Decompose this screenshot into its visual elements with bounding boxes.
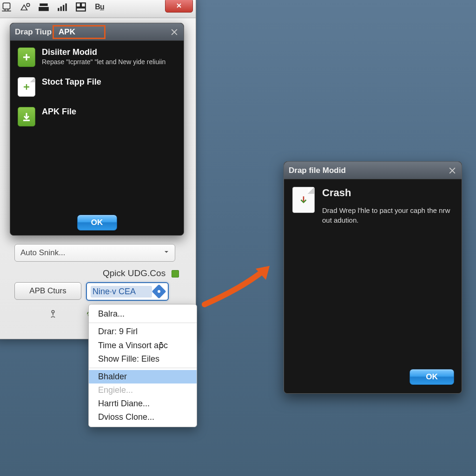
menu-item[interactable]: Show Fille: Eiles bbox=[89, 352, 197, 366]
close-icon[interactable] bbox=[170, 27, 179, 37]
list-item-title: Disiiter Modid bbox=[42, 47, 165, 57]
svg-rect-0 bbox=[3, 3, 10, 9]
chevron-down-icon bbox=[163, 248, 170, 258]
plus-icon bbox=[18, 47, 35, 67]
menu-item[interactable]: Time a Vinsort ap̄c bbox=[89, 338, 197, 352]
svg-rect-5 bbox=[60, 6, 62, 11]
svg-rect-2 bbox=[40, 3, 47, 6]
lower-icon-row bbox=[48, 309, 94, 321]
list-item[interactable]: APK File bbox=[18, 107, 176, 126]
svg-rect-9 bbox=[81, 3, 86, 7]
svg-point-1 bbox=[26, 3, 30, 7]
context-menu: Balra... Drar: 9 Firl Time a Vinsort ap̄… bbox=[88, 304, 197, 427]
modal1-titlebar: Drap Tiup APK bbox=[10, 23, 184, 41]
layout-icon bbox=[75, 1, 87, 13]
menu-separator bbox=[89, 323, 197, 323]
shapes-icon bbox=[19, 1, 31, 13]
modal2-title: Drap file Modid bbox=[289, 166, 346, 175]
menu-item-selected[interactable]: Bhalder bbox=[89, 370, 197, 383]
svg-rect-8 bbox=[76, 3, 80, 7]
signal-icon bbox=[56, 1, 68, 13]
modal1-title-highlight: APK bbox=[53, 25, 106, 39]
status-badge bbox=[172, 270, 179, 278]
select-value: Nine·v CEA bbox=[91, 286, 152, 298]
quick-label: Qpick UDG.Cos bbox=[103, 268, 165, 278]
file-icon bbox=[292, 187, 315, 213]
text-bold-icon: Bu bbox=[93, 1, 106, 13]
svg-rect-3 bbox=[39, 7, 49, 11]
apb-cturs-button[interactable]: APB Cturs bbox=[14, 282, 81, 300]
modal2-titlebar: Drap file Modid bbox=[284, 162, 462, 179]
svg-rect-10 bbox=[76, 8, 86, 11]
menu-item[interactable]: Drar: 9 Firl bbox=[89, 325, 197, 338]
device-icon bbox=[0, 1, 13, 13]
list-item[interactable]: Stoct Tapp File bbox=[18, 77, 176, 97]
file-icon bbox=[18, 77, 35, 97]
modal1-footer: OK bbox=[10, 210, 184, 235]
dropdown-diamond-icon bbox=[152, 284, 166, 298]
list-item-title: Stoct Tapp File bbox=[42, 77, 101, 87]
list-item-title: APK File bbox=[42, 107, 76, 117]
modal1-title-prefix: Drap Tiup bbox=[15, 27, 52, 37]
close-icon[interactable] bbox=[448, 166, 457, 175]
list-item[interactable]: Disiiter Modid Repase "Icprrate" "let an… bbox=[18, 47, 176, 67]
auto-snink-combo[interactable]: Auto Snink... bbox=[14, 244, 175, 262]
menu-item[interactable]: Balra... bbox=[89, 307, 197, 321]
modal1-body: Disiiter Modid Repase "Icprrate" "let an… bbox=[10, 41, 184, 210]
titlebar: Bu bbox=[0, 0, 196, 18]
modal2-body: Crash Drad Wrep l'hle to pact your caph … bbox=[284, 179, 462, 363]
window-close-button[interactable] bbox=[165, 0, 193, 13]
drap-file-modal: Drap file Modid Crash Drad Wrep l'hle to… bbox=[284, 161, 462, 394]
menu-item[interactable]: Harrti Diane... bbox=[89, 397, 197, 410]
menu-item[interactable]: Dvioss Clone... bbox=[89, 410, 197, 424]
svg-point-11 bbox=[52, 311, 54, 313]
list-item-subtitle: Repase "Icprrate" "let and New yide reli… bbox=[42, 58, 165, 66]
modal2-text: Drad Wrep l'hle to pact your caph the nr… bbox=[322, 205, 453, 225]
svg-rect-4 bbox=[58, 8, 59, 11]
modal2-footer: OK bbox=[284, 363, 462, 393]
app-window: Bu Drap Tiup APK Disiiter Modid Repase "… bbox=[0, 0, 196, 339]
svg-rect-7 bbox=[66, 3, 67, 11]
ok-button[interactable]: OK bbox=[410, 369, 454, 385]
combo-label: Auto Snink... bbox=[20, 248, 65, 258]
transition-arrow bbox=[200, 260, 279, 311]
modal2-heading: Crash bbox=[322, 187, 453, 199]
download-icon bbox=[18, 107, 35, 126]
svg-rect-6 bbox=[63, 5, 64, 11]
menu-item-disabled: Engiele... bbox=[89, 383, 197, 397]
drap-tiup-modal: Drap Tiup APK Disiiter Modid Repase "Icp… bbox=[10, 23, 184, 236]
tree-icon[interactable] bbox=[48, 309, 58, 321]
ok-button[interactable]: OK bbox=[77, 215, 117, 231]
stack-icon bbox=[38, 1, 50, 13]
menu-separator bbox=[89, 368, 197, 368]
nine-select-field[interactable]: Nine·v CEA bbox=[86, 282, 169, 301]
